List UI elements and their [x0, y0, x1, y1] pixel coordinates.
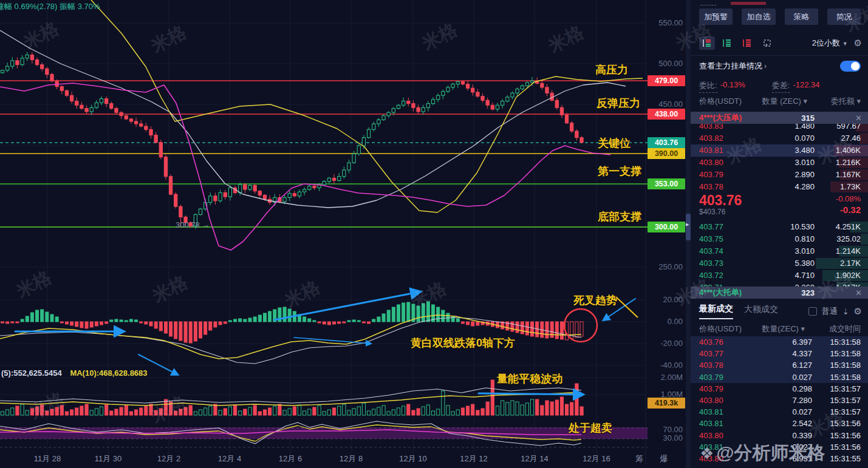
price-tag: 353.00 [648, 178, 685, 189]
change-amplitude-info: 涨幅 0.69%(2.78) 振幅 3.70% [0, 1, 100, 12]
panel-splitter [686, 0, 691, 468]
annotation-label: 黄白双线跌落0轴下方 [411, 336, 515, 350]
book-both-sides-icon[interactable] [699, 36, 715, 50]
clipped-label [700, 5, 716, 5]
bid-row[interactable]: 403.743.0101.214K [691, 245, 868, 257]
view-main-orders-link[interactable]: 查看主力挂单情况 [699, 61, 762, 72]
ratio-label: 委比: [699, 80, 717, 93]
main-orders-toggle[interactable] [840, 61, 861, 72]
annotation-label: 处于超卖 [569, 421, 612, 435]
chart-area: 550.00500.00450.00250.0020.000.00-20.00-… [0, 0, 687, 468]
divider [691, 55, 868, 56]
clipped-value [731, 2, 766, 5]
vol-ma10-label: MA(10):468,628.8683 [70, 368, 147, 378]
diff-label: 委差: [772, 80, 790, 93]
price-tag: 403.76 [648, 137, 685, 148]
bid-rows: 403.7710.5304.251K 403.750.810325.02 403… [691, 221, 868, 294]
y-axis-label: 500.00 [658, 59, 683, 68]
trade-row: 403.800.33915:31:56 [691, 430, 868, 441]
x-axis-date-label: 11月 28 [34, 454, 61, 463]
bid-row[interactable]: 403.735.3802.17K [691, 257, 868, 270]
action-buttons: 加预警 加自选 策略 简况 [699, 8, 861, 25]
sort-icon[interactable]: ⇣ [842, 307, 849, 316]
trade-price-header: 价格(USDT) [699, 324, 742, 333]
x-axis-date-label: 12月 2 [157, 454, 180, 463]
overview-button[interactable]: 简况 [827, 8, 861, 25]
trading-app: 550.00500.00450.00250.0020.000.00-20.00-… [0, 0, 868, 468]
add-panel-icon[interactable] [759, 36, 775, 50]
annotation-label: 底部支撑 [598, 209, 641, 224]
x-axis-date-label: 12月 4 [218, 454, 241, 463]
ask-row[interactable]: 403.792.8901.167K [691, 169, 868, 181]
book-buy-only-icon[interactable] [719, 36, 735, 50]
trade-row: 403.766.39715:31:58 [691, 336, 868, 348]
ask-row[interactable]: 403.813.4801.406K [691, 144, 868, 157]
trades-tabs: 最新成交 大额成交 普通 ⇣ ⚙ [699, 304, 862, 319]
change-percent: -0.08% [836, 194, 861, 203]
trade-row: 403.807.28015:31:57 [691, 395, 868, 406]
close-icon[interactable]: ✕ [855, 288, 862, 297]
x-axis-date-label: 12月 14 [521, 454, 548, 463]
amount-header[interactable]: 委托额 ▾ [831, 96, 861, 107]
bid-row[interactable]: 403.750.810325.02 [691, 233, 868, 245]
bid-row[interactable]: 403.724.7101.902K [691, 270, 868, 282]
main-orders-row: 查看主力挂单情况 › [699, 60, 861, 72]
candlestick-chart-canvas[interactable]: 550.00500.00450.00250.0020.000.00-20.00-… [0, 0, 687, 468]
add-alert-button[interactable]: 加预警 [699, 8, 733, 25]
decimal-precision-dropdown[interactable]: 2位小数 ▼ [812, 38, 848, 49]
y-axis-label: 0.00 [668, 317, 683, 326]
vol-ma5-label: (5):552,625.5454 [1, 368, 62, 378]
y-axis-label: 20.00 [663, 295, 683, 304]
large-buy-order-banner: 4***(大托单) 323 ✕ [691, 287, 868, 299]
order-book-panel: 加预警 加自选 策略 简况 [691, 0, 868, 468]
trades-settings-gear-icon[interactable]: ⚙ [854, 306, 862, 317]
annotation-label: 量能平稳波动 [497, 371, 562, 386]
normal-checkbox-label: 普通 [822, 306, 838, 317]
price-tag: 300.00 [648, 222, 685, 232]
close-icon[interactable]: ✕ [855, 114, 862, 123]
price-tag: 390.00 [648, 148, 685, 159]
chip-burst-labels[interactable]: 筹 爆 [635, 453, 675, 464]
last-price-usd: $403.76 [699, 208, 861, 216]
annotation-label: 死叉趋势 [573, 293, 617, 308]
add-watchlist-button[interactable]: 加自选 [742, 8, 775, 25]
bid-row[interactable]: 403.7710.5304.251K [691, 221, 868, 233]
x-axis-date-label: 12月 8 [340, 454, 363, 463]
x-axis-date-label: 12月 12 [460, 454, 488, 463]
splitter-handle[interactable] [686, 214, 691, 240]
qty-header[interactable]: 数量 (ZEC) ▾ [762, 96, 807, 107]
tab-large-trades[interactable]: 大额成交 [744, 304, 778, 319]
large-sell-order-banner: 4***(大压单) 315 ✕ [691, 112, 868, 124]
trades-headers: 价格(USDT) 数量(ZEC) ▾ 成交时间 [699, 324, 861, 334]
book-sell-only-icon[interactable] [739, 36, 755, 50]
ask-row[interactable]: 403.803.0101.216K [691, 157, 868, 169]
tab-latest-trades[interactable]: 最新成交 [699, 304, 733, 319]
orderbook-toolbar: 2位小数 ▼ ⚙ [699, 35, 862, 51]
y-axis-label: 2.00M [661, 373, 683, 382]
trade-row: 403.774.33715:31:58 [691, 348, 868, 359]
x-axis-date-label: 12月 10 [399, 454, 427, 463]
price-tag: 479.00 [648, 75, 685, 86]
x-axis-date-label: 12月 16 [583, 454, 610, 463]
price-header: 价格(USDT) [699, 97, 742, 106]
sell-banner-name: 4***(大压单) [699, 112, 742, 123]
clipped-stats-row [691, 0, 868, 7]
y-axis-label: 250.00 [658, 262, 683, 271]
sell-banner-qty: 315 [801, 114, 815, 123]
low-price-marker: 300.78 → [176, 220, 210, 229]
chevron-down-icon: ▼ [842, 41, 848, 47]
ask-row[interactable]: 403.784.2801.73K [691, 181, 868, 193]
trade-row: 403.810.02715:31:56 [691, 441, 868, 453]
y-axis-label: 450.00 [658, 100, 683, 109]
trade-row: 403.790.29815:31:57 [691, 383, 868, 395]
normal-checkbox[interactable] [808, 307, 817, 316]
trade-qty-header[interactable]: 数量(ZEC) ▾ [762, 324, 805, 334]
diff-value: -122.34 [793, 80, 819, 93]
trade-row: 403.806.93115:31:55 [691, 453, 868, 464]
annotation-label: 关键位 [598, 136, 630, 151]
strategy-button[interactable]: 策略 [785, 8, 818, 25]
x-axis-date-label: 11月 30 [95, 454, 122, 463]
y-axis-label: 70.00 [663, 425, 683, 434]
orderbook-settings-gear-icon[interactable]: ⚙ [854, 38, 862, 49]
ask-row[interactable]: 403.820.07027.46 [691, 132, 868, 144]
